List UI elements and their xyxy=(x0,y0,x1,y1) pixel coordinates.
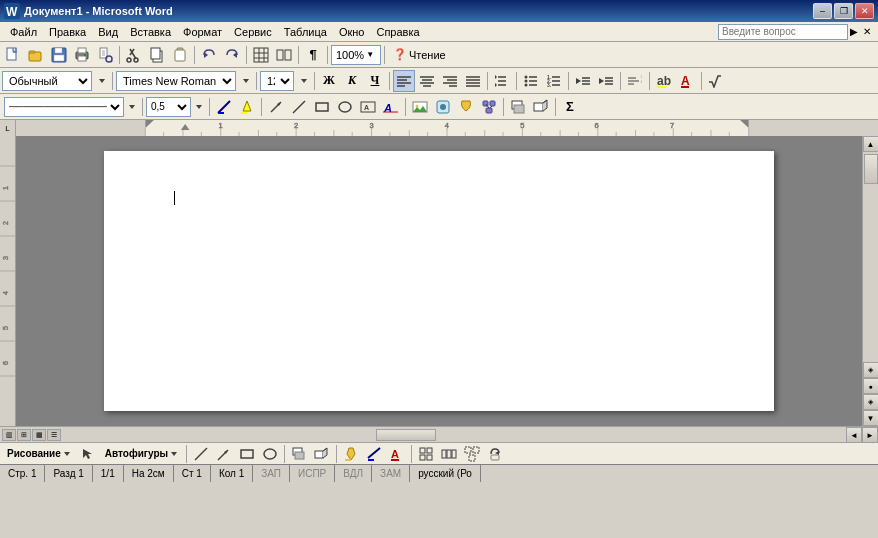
underline-button[interactable]: Ч xyxy=(364,70,386,92)
font-color-draw-button[interactable]: A xyxy=(386,443,408,465)
zoom-field[interactable]: 100% ▼ xyxy=(331,45,381,65)
size-select[interactable]: 12 xyxy=(260,71,294,91)
web-view-button[interactable]: ⊞ xyxy=(17,429,31,441)
line-style-dropdown[interactable] xyxy=(125,96,139,118)
document-area[interactable] xyxy=(16,136,862,426)
line-color-button[interactable] xyxy=(213,96,235,118)
arrow-select-button[interactable] xyxy=(265,96,287,118)
minimize-button[interactable]: – xyxy=(813,3,832,19)
show-hide-button[interactable]: ¶ xyxy=(302,44,324,66)
wordart-button[interactable]: A xyxy=(380,96,402,118)
menu-window[interactable]: Окно xyxy=(333,22,371,41)
align-center-button[interactable] xyxy=(416,70,438,92)
highlight-button[interactable]: ab xyxy=(653,70,675,92)
autoshapes-button[interactable]: Автофигуры xyxy=(100,443,183,465)
picture-button[interactable] xyxy=(409,96,431,118)
justify-button[interactable] xyxy=(462,70,484,92)
3d-button[interactable] xyxy=(530,96,552,118)
fill-color-draw-button[interactable] xyxy=(340,443,362,465)
columns-button[interactable] xyxy=(273,44,295,66)
h-scroll-right-button[interactable]: ► xyxy=(862,427,878,443)
textbox-button[interactable]: A xyxy=(357,96,379,118)
menu-tools[interactable]: Сервис xyxy=(228,22,278,41)
size-dropdown-btn[interactable] xyxy=(297,70,311,92)
cut-button[interactable] xyxy=(123,44,145,66)
diagram-button[interactable] xyxy=(478,96,500,118)
scroll-page-up-button[interactable]: ◈ xyxy=(863,362,879,378)
line-width-dropdown[interactable] xyxy=(192,96,206,118)
paste-button[interactable] xyxy=(169,44,191,66)
align-left-button[interactable] xyxy=(393,70,415,92)
scroll-track[interactable] xyxy=(863,152,879,362)
group-button[interactable] xyxy=(461,443,483,465)
scroll-page-down-button[interactable]: ◈ xyxy=(863,394,879,410)
new-button[interactable] xyxy=(2,44,24,66)
sqrt-button[interactable] xyxy=(705,70,727,92)
sigma-button[interactable]: Σ xyxy=(559,96,581,118)
redo-button[interactable] xyxy=(221,44,243,66)
line-draw-button[interactable] xyxy=(190,443,212,465)
shadow-button[interactable] xyxy=(507,96,529,118)
align-right-button[interactable] xyxy=(439,70,461,92)
arrow-draw-button[interactable] xyxy=(213,443,235,465)
menu-insert[interactable]: Вставка xyxy=(124,22,177,41)
numbering-button[interactable]: 1.2.3. xyxy=(543,70,565,92)
font-dropdown-btn[interactable] xyxy=(239,70,253,92)
line-width-select[interactable]: 0,5 xyxy=(146,97,191,117)
table-button[interactable] xyxy=(250,44,272,66)
h-scroll-left-button[interactable]: ◄ xyxy=(846,427,862,443)
menu-file[interactable]: Файл xyxy=(4,22,43,41)
increase-indent-button[interactable] xyxy=(595,70,617,92)
menu-format[interactable]: Формат xyxy=(177,22,228,41)
menu-edit[interactable]: Правка xyxy=(43,22,92,41)
open-button[interactable] xyxy=(25,44,47,66)
equal-spacing-button[interactable] xyxy=(438,443,460,465)
outline-view-button[interactable]: ☰ xyxy=(47,429,61,441)
fill-color-button[interactable] xyxy=(236,96,258,118)
bullets-button[interactable] xyxy=(520,70,542,92)
menu-view[interactable]: Вид xyxy=(92,22,124,41)
line-spacing-button[interactable] xyxy=(491,70,513,92)
print-button[interactable] xyxy=(71,44,93,66)
style-select[interactable]: Обычный xyxy=(2,71,92,91)
line-button[interactable] xyxy=(288,96,310,118)
font-select[interactable]: Times New Roman xyxy=(116,71,236,91)
undo-button[interactable] xyxy=(198,44,220,66)
rotate-button[interactable] xyxy=(484,443,506,465)
h-scroll-track[interactable] xyxy=(63,427,846,442)
scroll-select-browse-button[interactable]: ● xyxy=(863,378,879,394)
scroll-down-button[interactable]: ▼ xyxy=(863,410,879,426)
scroll-up-button[interactable]: ▲ xyxy=(863,136,879,152)
copy-button[interactable] xyxy=(146,44,168,66)
menu-table[interactable]: Таблица xyxy=(278,22,333,41)
draw-menu-button[interactable]: Рисование xyxy=(2,443,76,465)
arrow-tool-button[interactable] xyxy=(77,443,99,465)
decrease-indent-button[interactable] xyxy=(572,70,594,92)
align-draw-button[interactable] xyxy=(415,443,437,465)
style-dropdown-btn[interactable] xyxy=(95,70,109,92)
preview-button[interactable] xyxy=(94,44,116,66)
menu-close-button[interactable]: ✕ xyxy=(860,26,874,37)
line-style-select[interactable]: ──────────────── xyxy=(4,97,124,117)
clipart-button[interactable] xyxy=(432,96,454,118)
help-button[interactable]: ❓Чтение xyxy=(388,44,451,66)
save-button[interactable] xyxy=(48,44,70,66)
layout-view-button[interactable]: ▦ xyxy=(32,429,46,441)
normal-view-button[interactable]: ▥ xyxy=(2,429,16,441)
help-arrow-button[interactable]: ▶ xyxy=(850,26,858,37)
bold-button[interactable]: Ж xyxy=(318,70,340,92)
paint-button[interactable] xyxy=(455,96,477,118)
rect-button[interactable] xyxy=(311,96,333,118)
rect-draw-button[interactable] xyxy=(236,443,258,465)
italic-button[interactable]: К xyxy=(341,70,363,92)
restore-button[interactable]: ❐ xyxy=(834,3,853,19)
scroll-thumb[interactable] xyxy=(864,154,878,184)
sort-button[interactable] xyxy=(624,70,646,92)
help-search-input[interactable] xyxy=(718,24,848,40)
line-color-draw-button[interactable] xyxy=(363,443,385,465)
ellipse-button[interactable] xyxy=(334,96,356,118)
shadow-effect-button[interactable] xyxy=(288,443,310,465)
zoom-dropdown-icon[interactable]: ▼ xyxy=(366,50,374,59)
3d-effect-button[interactable] xyxy=(311,443,333,465)
h-scroll-thumb[interactable] xyxy=(376,429,436,441)
